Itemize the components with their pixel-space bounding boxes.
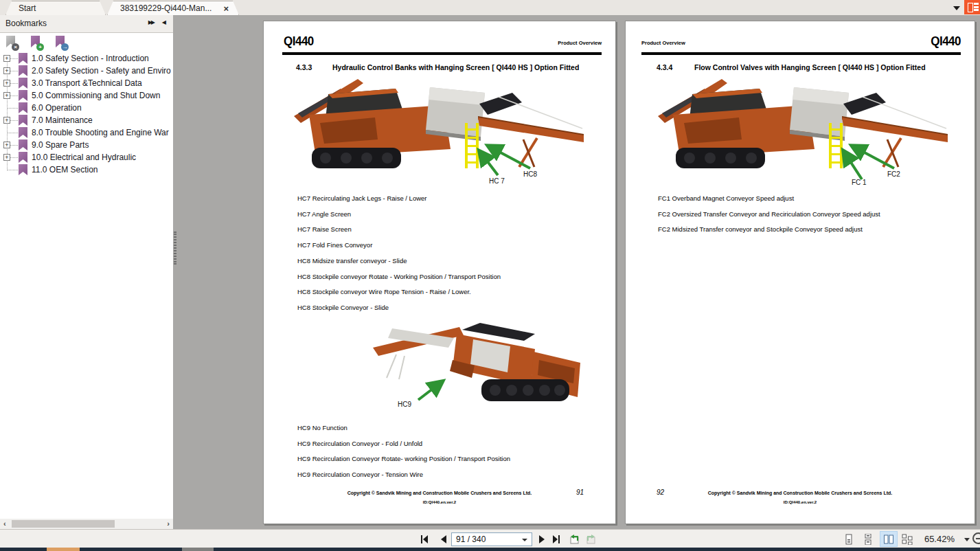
bookmark-item[interactable]: + 2.0 Safety Section - Safety and Enviro xyxy=(0,65,173,77)
header-rule xyxy=(641,52,961,55)
header-rule xyxy=(282,52,602,55)
last-page-button[interactable] xyxy=(551,534,562,545)
taskbar-edge xyxy=(0,548,980,551)
fc-text: FC1 Overband Magnet Conveyor Speed adjus… xyxy=(658,191,880,238)
expand-icon[interactable]: + xyxy=(3,92,10,99)
scroll-right-icon[interactable]: › xyxy=(167,519,170,528)
bookmark-item[interactable]: + 10.0 Electrical and Hydraulic xyxy=(0,151,173,164)
delete-badge: × xyxy=(12,43,19,51)
next-view-button[interactable] xyxy=(584,534,597,545)
chevron-down-icon[interactable] xyxy=(522,539,527,541)
expand-all-icon[interactable]: ▶▶ xyxy=(148,19,154,25)
bookmarks-title: Bookmarks xyxy=(5,19,47,28)
bookmark-item[interactable]: 6.0 Operation xyxy=(0,102,173,114)
goto-badge: → xyxy=(61,43,69,51)
copyright-line: Copyright © Sandvik Mining and Construct… xyxy=(626,491,975,495)
doc-id-line: ID:QI440.en.ver.2 xyxy=(626,500,975,504)
text-line: HC9 Recirculation Conveyor - Fold / Unfo… xyxy=(297,436,510,452)
plugin-icon[interactable] xyxy=(964,0,980,14)
hc7-hc8-text: HC7 Recirculating Jack Legs - Raise / Lo… xyxy=(297,191,501,316)
bookmark-item[interactable]: + 1.0 Safety Section - Introduction xyxy=(0,52,173,65)
machine-body xyxy=(294,79,584,168)
scrollbar-thumb[interactable] xyxy=(12,520,115,528)
chevron-down-icon[interactable] xyxy=(953,6,960,10)
document-area[interactable]: QI440 Product Overview 4.3.3 Hydraulic C… xyxy=(173,15,980,529)
text-line: HC7 Raise Screen xyxy=(297,222,501,238)
bookmark-item[interactable]: 11.0 OEM Section xyxy=(0,164,173,176)
single-page-layout-icon[interactable] xyxy=(843,534,854,545)
expand-icon[interactable]: + xyxy=(3,55,10,62)
figure-crusher-hc9: HC9 xyxy=(372,311,584,416)
ladder xyxy=(465,123,479,168)
text-line: HC9 Recirculation Conveyor Rotate- worki… xyxy=(297,451,510,467)
first-page-button[interactable] xyxy=(419,534,430,545)
text-line: FC2 Midsized Transfer conveyor and Stock… xyxy=(658,222,880,238)
expand-icon[interactable]: + xyxy=(3,117,10,124)
section-number: 4.3.3 xyxy=(296,63,312,71)
expand-icon[interactable]: + xyxy=(3,154,10,161)
bookmarks-panel: Bookmarks ▶▶ ◀ × + → + 1.0 Safety xyxy=(0,15,173,529)
page-number-input[interactable]: 91 / 340 xyxy=(451,532,532,546)
bookmark-item[interactable]: + 7.0 Maintenance xyxy=(0,114,173,126)
page-number: 91 xyxy=(576,488,584,496)
text-line: HC8 Midsize transfer conveyor - Slide xyxy=(297,254,501,269)
bookmark-icon xyxy=(19,139,27,150)
bookmark-item[interactable]: 8.0 Trouble Shooting and Engine War xyxy=(0,126,173,139)
zoom-level-value[interactable]: 65.42% xyxy=(919,534,955,544)
previous-page-button[interactable] xyxy=(438,534,449,545)
text-line: FC2 Oversized Transfer Conveyor and Reci… xyxy=(658,207,880,223)
close-icon[interactable]: × xyxy=(223,1,229,16)
bookmark-icon xyxy=(19,65,27,76)
tab-start[interactable]: Start xyxy=(5,1,106,15)
bookmarks-tree: + 1.0 Safety Section - Introduction + 2.… xyxy=(0,52,173,180)
expand-icon[interactable]: + xyxy=(3,142,10,148)
add-badge: + xyxy=(36,43,44,51)
bookmark-icon xyxy=(19,53,27,64)
bookmark-icon xyxy=(19,127,27,138)
figure-crusher-fc1-fc2: FC 1 FC2 xyxy=(657,75,952,186)
tab-document[interactable]: 383199229-Qi440-Man... × xyxy=(107,1,239,15)
delete-bookmark-icon[interactable]: × xyxy=(5,36,19,51)
page-header-left: Product Overview xyxy=(641,40,685,46)
continuous-facing-layout-icon[interactable] xyxy=(902,534,913,545)
crusher-illustration: HC 7 HC8 xyxy=(293,75,588,186)
figure-label: FC 1 xyxy=(852,179,867,186)
facing-layout-icon[interactable] xyxy=(883,534,894,545)
previous-view-button[interactable] xyxy=(569,534,581,545)
section-title: Hydraulic Control Banks with Hanging Scr… xyxy=(332,63,579,71)
hc9-text: HC9 No Function HC9 Recirculation Convey… xyxy=(297,420,510,483)
bookmark-icon xyxy=(19,152,27,163)
scroll-left-icon[interactable]: ‹ xyxy=(3,519,6,528)
callout-arrow xyxy=(844,152,862,179)
chevron-down-icon[interactable] xyxy=(964,538,970,541)
callout-arrow xyxy=(480,152,498,175)
copyright-line: Copyright © Sandvik Mining and Construct… xyxy=(264,491,615,495)
application-window: Start 383199229-Qi440-Man... × Bookmarks… xyxy=(0,0,980,551)
add-bookmark-icon[interactable]: + xyxy=(30,36,44,51)
figure-callouts: HC9 xyxy=(398,382,442,408)
text-line: HC8 Stockpile conveyor Wire Rope Tension… xyxy=(297,284,501,300)
crusher-illustration: HC9 xyxy=(372,311,584,416)
goto-bookmark-icon[interactable]: → xyxy=(55,36,69,51)
bookmark-item[interactable]: + 3.0 Transport &Technical Data xyxy=(0,77,173,89)
figure-crusher-hc7-hc8: HC 7 HC8 xyxy=(293,75,588,186)
taskbar-orange-segment xyxy=(47,548,80,551)
bookmarks-toolbar: × + → xyxy=(0,33,173,54)
page-logo: QI440 xyxy=(284,34,314,49)
next-page-button[interactable] xyxy=(536,534,547,545)
bookmark-icon xyxy=(19,78,27,89)
continuous-layout-icon[interactable] xyxy=(863,534,874,545)
callout-arrow xyxy=(418,382,442,400)
zoom-out-icon[interactable] xyxy=(972,532,980,544)
expand-icon[interactable]: + xyxy=(3,80,10,87)
text-line: HC9 Recirculation Conveyor - Tension Wir… xyxy=(297,467,510,483)
horizontal-scrollbar[interactable]: ‹ › xyxy=(0,519,173,529)
tab-document-label: 383199229-Qi440-Man... xyxy=(120,1,212,16)
collapse-panel-icon[interactable]: ◀ xyxy=(162,19,166,25)
bookmark-item[interactable]: + 5.0 Commissioning and Shut Down xyxy=(0,89,173,102)
section-number: 4.3.4 xyxy=(657,63,672,71)
bookmark-item[interactable]: + 9.0 Spare Parts xyxy=(0,139,173,151)
expand-icon[interactable]: + xyxy=(3,67,10,74)
pdf-page-left: QI440 Product Overview 4.3.3 Hydraulic C… xyxy=(263,21,616,524)
doc-id-line: ID:QI440.en.ver.2 xyxy=(264,500,615,504)
